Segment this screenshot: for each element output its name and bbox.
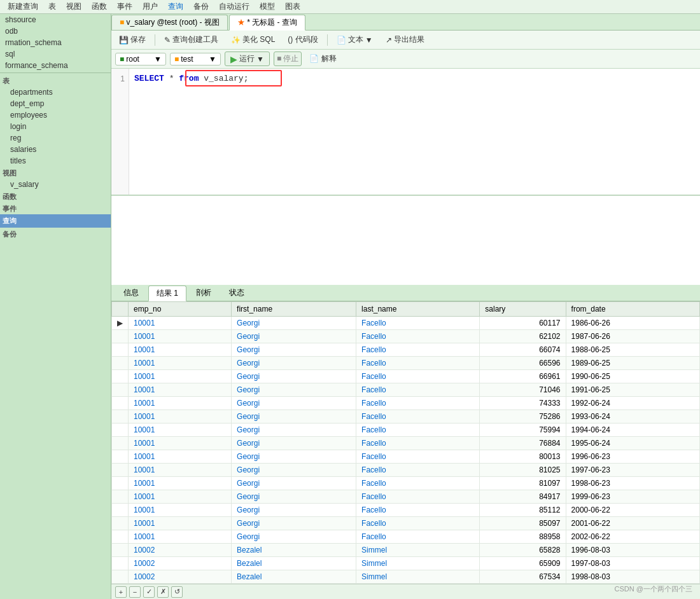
cell-from-date: 1998-08-03 bbox=[566, 570, 699, 584]
sql-editor: 1 SELECT * from v_salary; bbox=[111, 69, 700, 196]
explain-button[interactable]: 📄 解释 bbox=[305, 52, 340, 65]
table-row[interactable]: 10001GeorgiFacello889582002-06-22 bbox=[112, 530, 700, 544]
menu-new-query[interactable]: 新建查询 bbox=[3, 1, 43, 12]
cell-first-name: Georgi bbox=[232, 383, 356, 397]
code-snippet-button[interactable]: () 代码段 bbox=[284, 33, 321, 46]
col-emp-no[interactable]: emp_no bbox=[129, 302, 232, 317]
menu-event[interactable]: 事件 bbox=[112, 1, 137, 12]
menu-table[interactable]: 表 bbox=[43, 1, 61, 12]
apply-button[interactable]: ✓ bbox=[143, 586, 155, 598]
menu-view[interactable]: 视图 bbox=[61, 1, 87, 12]
sidebar-item-shsource[interactable]: shsource bbox=[0, 14, 111, 25]
sidebar-item-dept-emp[interactable]: dept_emp bbox=[0, 98, 111, 109]
bottom-toolbar: + − ✓ ✗ ↺ bbox=[111, 584, 700, 599]
cell-emp-no: 10001 bbox=[129, 464, 232, 477]
cell-emp-no: 10001 bbox=[129, 330, 232, 343]
database-selector[interactable]: ■ test ▼ bbox=[170, 53, 221, 65]
cell-salary: 80013 bbox=[480, 450, 566, 464]
cell-last-name: Simmel bbox=[356, 557, 480, 570]
top-menu-bar: 新建查询 表 视图 函数 事件 用户 查询 备份 自动运行 模型 图表 bbox=[0, 0, 700, 14]
sidebar-item-v-salary[interactable]: v_salary bbox=[0, 179, 111, 190]
table-row[interactable]: 10001GeorgiFacello849171999-06-23 bbox=[112, 490, 700, 504]
sidebar-item-departments[interactable]: departments bbox=[0, 86, 111, 98]
sql-star: * bbox=[169, 74, 179, 83]
cell-last-name: Facello bbox=[356, 330, 480, 343]
refresh-button[interactable]: ↺ bbox=[171, 586, 183, 598]
menu-chart[interactable]: 图表 bbox=[280, 1, 305, 12]
sidebar-section-queries[interactable]: 查询 bbox=[0, 214, 111, 228]
table-row[interactable]: 10001GeorgiFacello710461991-06-25 bbox=[112, 383, 700, 397]
col-first-name[interactable]: first_name bbox=[232, 302, 356, 317]
table-row[interactable]: 10001GeorgiFacello810971998-06-23 bbox=[112, 477, 700, 490]
cell-last-name: Facello bbox=[356, 437, 480, 450]
table-row[interactable]: 10001GeorgiFacello759941994-06-24 bbox=[112, 423, 700, 437]
cell-salary: 85112 bbox=[480, 504, 566, 517]
table-row[interactable]: 10001GeorgiFacello669611990-06-25 bbox=[112, 370, 700, 383]
tab-untitled-query[interactable]: ★ * 无标题 - 查询 bbox=[229, 15, 305, 31]
sidebar-item-employees[interactable]: employees bbox=[0, 109, 111, 121]
add-row-button[interactable]: + bbox=[115, 586, 127, 598]
table-row[interactable]: 10001GeorgiFacello621021987-06-26 bbox=[112, 330, 700, 343]
table-row[interactable]: 10002BezalelSimmel659091997-08-03 bbox=[112, 557, 700, 570]
table-row[interactable]: 10001GeorgiFacello851122000-06-22 bbox=[112, 504, 700, 517]
sidebar-item-odb[interactable]: odb bbox=[0, 25, 111, 37]
cell-salary: 85097 bbox=[480, 517, 566, 530]
table-row[interactable]: 10001GeorgiFacello768841995-06-24 bbox=[112, 437, 700, 450]
cell-emp-no: 10001 bbox=[129, 504, 232, 517]
beautify-button[interactable]: ✨ 美化 SQL bbox=[227, 33, 279, 46]
col-last-name[interactable]: last_name bbox=[356, 302, 480, 317]
beautify-icon: ✨ bbox=[231, 36, 241, 45]
query-build-button[interactable]: ✎ 查询创建工具 bbox=[160, 33, 222, 46]
tab-info[interactable]: 信息 bbox=[115, 285, 147, 301]
tab-profile[interactable]: 剖析 bbox=[188, 285, 220, 301]
tab-bar: ■ v_salary @test (root) - 视图 ★ * 无标题 - 查… bbox=[111, 14, 700, 31]
table-row[interactable]: 10001GeorgiFacello810251997-06-23 bbox=[112, 464, 700, 477]
sidebar-item-salaries[interactable]: salaries bbox=[0, 144, 111, 155]
cell-emp-no: 10001 bbox=[129, 517, 232, 530]
export-button[interactable]: ↗ 导出结果 bbox=[382, 33, 428, 46]
menu-autorun[interactable]: 自动运行 bbox=[214, 1, 255, 12]
sidebar-item-titles[interactable]: titles bbox=[0, 155, 111, 167]
table-row[interactable]: 10001GeorgiFacello743331992-06-24 bbox=[112, 397, 700, 410]
menu-backup[interactable]: 备份 bbox=[188, 1, 214, 12]
cell-from-date: 1997-06-23 bbox=[566, 464, 699, 477]
menu-user[interactable]: 用户 bbox=[137, 1, 163, 12]
sidebar-item-information-schema[interactable]: rmation_schema bbox=[0, 37, 111, 48]
save-button[interactable]: 💾 保存 bbox=[115, 33, 150, 46]
sidebar-item-sql[interactable]: sql bbox=[0, 48, 111, 60]
tab-status[interactable]: 状态 bbox=[221, 285, 253, 301]
table-row[interactable]: 10002BezalelSimmel658281996-08-03 bbox=[112, 544, 700, 557]
table-row[interactable]: 10001GeorgiFacello800131996-06-23 bbox=[112, 450, 700, 464]
tab-v-salary-view[interactable]: ■ v_salary @test (root) - 视图 bbox=[111, 15, 228, 30]
menu-query[interactable]: 查询 bbox=[163, 1, 188, 12]
connection-dropdown-icon: ▼ bbox=[154, 55, 162, 64]
remove-row-button[interactable]: − bbox=[129, 586, 141, 598]
sql-content[interactable]: SELECT * from v_salary; bbox=[129, 69, 700, 195]
table-row[interactable]: 10001GeorgiFacello850972001-06-22 bbox=[112, 517, 700, 530]
line-number-1: 1 bbox=[115, 72, 125, 85]
cell-salary: 66961 bbox=[480, 370, 566, 383]
discard-button[interactable]: ✗ bbox=[157, 586, 169, 598]
connection-selector[interactable]: ■ root ▼ bbox=[115, 53, 166, 65]
run-button[interactable]: ▶ 运行 ▼ bbox=[225, 52, 270, 66]
table-row[interactable]: 10001GeorgiFacello660741988-06-25 bbox=[112, 343, 700, 357]
table-row[interactable]: 10002BezalelSimmel675341998-08-03 bbox=[112, 570, 700, 584]
col-from-date[interactable]: from_date bbox=[566, 302, 699, 317]
cell-emp-no: 10002 bbox=[129, 544, 232, 557]
cell-last-name: Facello bbox=[356, 410, 480, 423]
text-button[interactable]: 📄 文本 ▼ bbox=[333, 33, 377, 46]
sidebar-item-performance-schema[interactable]: formance_schema bbox=[0, 60, 111, 71]
results-container[interactable]: emp_no first_name last_name salary from_… bbox=[111, 301, 700, 584]
stop-button[interactable]: ■ 停止 bbox=[274, 52, 302, 66]
table-row[interactable]: 10001GeorgiFacello752861993-06-24 bbox=[112, 410, 700, 423]
sidebar-item-reg[interactable]: reg bbox=[0, 132, 111, 144]
cell-last-name: Facello bbox=[356, 450, 480, 464]
tab-results-1[interactable]: 结果 1 bbox=[148, 286, 186, 301]
cell-emp-no: 10002 bbox=[129, 557, 232, 570]
table-row[interactable]: ▶10001GeorgiFacello601171986-06-26 bbox=[112, 317, 700, 330]
table-row[interactable]: 10001GeorgiFacello665961989-06-25 bbox=[112, 357, 700, 370]
menu-function[interactable]: 函数 bbox=[87, 1, 112, 12]
sidebar-item-login[interactable]: login bbox=[0, 121, 111, 132]
menu-model[interactable]: 模型 bbox=[255, 1, 280, 12]
col-salary[interactable]: salary bbox=[480, 302, 566, 317]
